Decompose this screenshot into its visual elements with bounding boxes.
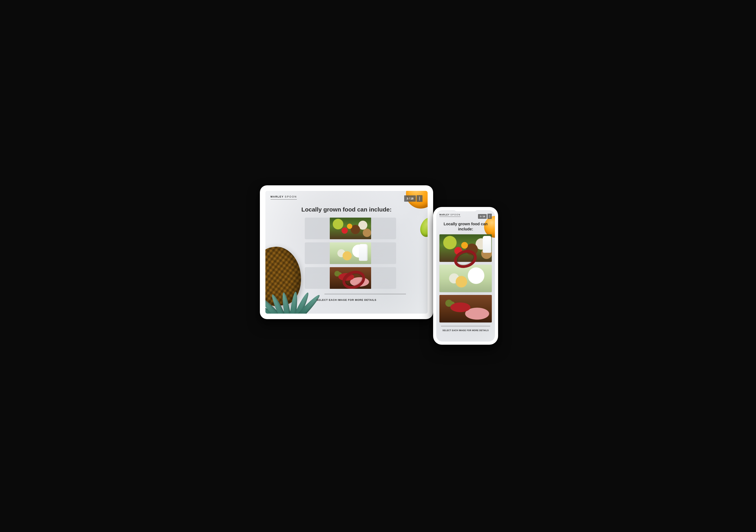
option-image-produce <box>330 217 371 239</box>
phone-screen: MARLEY SPOON 3 / 18 Locally grown food c… <box>436 210 495 342</box>
kebab-dot-icon <box>489 216 490 216</box>
brand-word-1: MARLEY <box>271 195 284 198</box>
option-image-dairy <box>330 242 371 264</box>
brand-word-1: MARLEY <box>440 214 450 216</box>
brand-underline <box>440 216 461 217</box>
tablet-device-frame: MARLEY SPOON 3 / 18 Locally grown food c… <box>260 185 433 319</box>
option-card-meats[interactable] <box>305 267 396 289</box>
brand-logo: MARLEY SPOON <box>440 214 461 217</box>
option-list <box>436 234 495 322</box>
header: MARLEY SPOON 3 / 18 <box>436 210 495 220</box>
more-menu-button[interactable] <box>487 214 492 219</box>
option-card-dairy[interactable] <box>305 242 396 264</box>
option-image-meats <box>330 267 371 289</box>
page-counter: 3 / 18 <box>478 214 487 219</box>
brand-logo: MARLEY SPOON <box>271 195 297 199</box>
kebab-dot-icon <box>419 197 420 197</box>
tablet-screen: MARLEY SPOON 3 / 18 Locally grown food c… <box>265 191 428 314</box>
option-card-dairy[interactable] <box>440 265 492 292</box>
kebab-dot-icon <box>419 198 420 199</box>
instruction-text: SELECT EACH IMAGE FOR MORE DETAILS <box>265 298 428 301</box>
option-image-meats <box>440 295 492 322</box>
phone-notch <box>454 207 477 211</box>
instruction-text: SELECT EACH IMAGE FOR MORE DETAILS <box>436 329 495 332</box>
more-menu-button[interactable] <box>417 195 422 202</box>
option-card-produce[interactable] <box>305 217 396 239</box>
brand-word-2: SPOON <box>450 214 461 216</box>
option-image-dairy <box>440 265 492 292</box>
kebab-dot-icon <box>419 199 420 200</box>
footer-divider <box>324 294 406 294</box>
question-title: Locally grown food can include: <box>440 221 491 232</box>
phone-device-frame: MARLEY SPOON 3 / 18 Locally grown food c… <box>433 207 498 345</box>
header: MARLEY SPOON 3 / 18 <box>265 191 428 204</box>
option-card-meats[interactable] <box>440 295 492 322</box>
question-title: Locally grown food can include: <box>273 206 420 213</box>
page-counter: 3 / 18 <box>404 195 416 202</box>
option-list <box>265 217 428 289</box>
kebab-dot-icon <box>489 215 490 215</box>
brand-word-2: SPOON <box>285 195 297 198</box>
kebab-dot-icon <box>489 217 490 217</box>
